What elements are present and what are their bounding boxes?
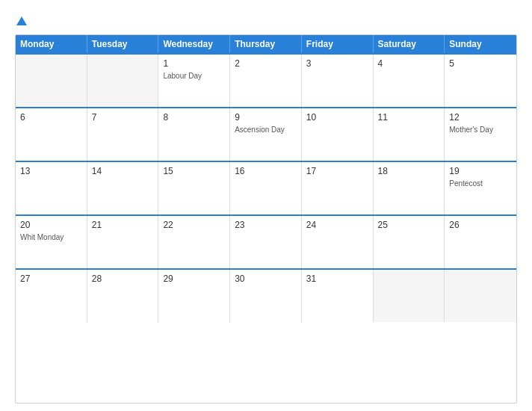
cal-cell: 27 xyxy=(16,270,87,322)
cal-cell: 22 xyxy=(158,216,230,268)
day-number: 20 xyxy=(20,220,82,230)
day-number: 8 xyxy=(163,112,225,123)
week-row-1: 1Labour Day2345 xyxy=(16,53,516,107)
day-number: 21 xyxy=(92,220,154,230)
logo-top xyxy=(15,13,27,27)
logo xyxy=(15,13,27,27)
day-number: 15 xyxy=(163,166,225,176)
cal-cell: 2 xyxy=(230,55,302,107)
day-number: 30 xyxy=(235,274,297,284)
cal-cell: 14 xyxy=(87,162,159,214)
cal-cell: 25 xyxy=(374,216,445,268)
week-row-4: 20Whit Monday212223242526 xyxy=(16,214,516,268)
cal-cell: 16 xyxy=(230,162,302,214)
day-number: 22 xyxy=(163,220,225,230)
cal-cell: 26 xyxy=(445,216,516,268)
cal-cell: 1Labour Day xyxy=(158,55,230,107)
day-number: 9 xyxy=(235,112,297,123)
header-day-tuesday: Tuesday xyxy=(87,35,159,53)
header-day-friday: Friday xyxy=(302,35,374,53)
cal-cell: 19Pentecost xyxy=(445,162,516,214)
day-number: 24 xyxy=(306,220,368,230)
day-number: 7 xyxy=(92,112,154,123)
day-number: 29 xyxy=(163,274,225,284)
cal-cell: 23 xyxy=(230,216,302,268)
day-number: 26 xyxy=(449,220,512,230)
holiday-label: Ascension Day xyxy=(235,125,297,135)
page: MondayTuesdayWednesdayThursdayFridaySatu… xyxy=(0,0,532,411)
calendar-header-row: MondayTuesdayWednesdayThursdayFridaySatu… xyxy=(16,35,516,53)
cal-cell: 8 xyxy=(158,108,230,161)
week-row-5: 2728293031 xyxy=(16,268,516,322)
day-number: 16 xyxy=(235,166,297,176)
calendar-body: 1Labour Day23456789Ascension Day101112Mo… xyxy=(16,53,516,322)
holiday-label: Mother's Day xyxy=(449,125,512,135)
header-day-thursday: Thursday xyxy=(230,35,302,53)
cal-cell: 20Whit Monday xyxy=(16,216,87,268)
day-number: 5 xyxy=(449,58,512,69)
cal-cell: 9Ascension Day xyxy=(230,108,302,161)
cal-cell: 31 xyxy=(302,270,374,322)
cal-cell xyxy=(16,55,87,107)
day-number: 10 xyxy=(306,112,368,123)
day-number: 11 xyxy=(378,112,440,123)
cal-cell: 21 xyxy=(87,216,159,268)
cal-cell: 30 xyxy=(230,270,302,322)
day-number: 14 xyxy=(92,166,154,176)
day-number: 13 xyxy=(20,166,82,176)
cal-cell: 15 xyxy=(158,162,230,214)
cal-cell xyxy=(445,270,516,322)
day-number: 19 xyxy=(449,166,512,176)
cal-cell xyxy=(87,55,159,107)
day-number: 1 xyxy=(163,58,225,69)
header-day-sunday: Sunday xyxy=(445,35,516,53)
header-day-wednesday: Wednesday xyxy=(158,35,230,53)
cal-cell: 4 xyxy=(374,55,445,107)
header xyxy=(15,13,517,27)
day-number: 25 xyxy=(378,220,440,230)
day-number: 18 xyxy=(378,166,440,176)
header-day-monday: Monday xyxy=(16,35,87,53)
cal-cell: 6 xyxy=(16,108,87,161)
cal-cell: 10 xyxy=(302,108,374,161)
week-row-3: 13141516171819Pentecost xyxy=(16,161,516,214)
holiday-label: Whit Monday xyxy=(20,232,82,242)
cal-cell: 11 xyxy=(374,108,445,161)
day-number: 2 xyxy=(235,58,297,69)
cal-cell: 24 xyxy=(302,216,374,268)
holiday-label: Labour Day xyxy=(163,71,225,81)
day-number: 23 xyxy=(235,220,297,230)
day-number: 4 xyxy=(378,58,440,69)
day-number: 6 xyxy=(20,112,82,123)
cal-cell: 7 xyxy=(87,108,159,161)
cal-cell xyxy=(374,270,445,322)
cal-cell: 5 xyxy=(445,55,516,107)
day-number: 12 xyxy=(449,112,512,123)
cal-cell: 13 xyxy=(16,162,87,214)
day-number: 3 xyxy=(306,58,368,69)
cal-cell: 18 xyxy=(374,162,445,214)
cal-cell: 29 xyxy=(158,270,230,322)
cal-cell: 12Mother's Day xyxy=(445,108,516,161)
cal-cell: 3 xyxy=(302,55,374,107)
day-number: 17 xyxy=(306,166,368,176)
holiday-label: Pentecost xyxy=(449,179,512,188)
header-day-saturday: Saturday xyxy=(374,35,445,53)
day-number: 31 xyxy=(306,274,368,284)
cal-cell: 28 xyxy=(87,270,159,322)
day-number: 27 xyxy=(20,274,82,284)
cal-cell: 17 xyxy=(302,162,374,214)
logo-triangle-icon xyxy=(16,16,27,25)
week-row-2: 6789Ascension Day101112Mother's Day xyxy=(16,107,516,161)
day-number: 28 xyxy=(92,274,154,284)
calendar: MondayTuesdayWednesdayThursdayFridaySatu… xyxy=(15,34,517,404)
